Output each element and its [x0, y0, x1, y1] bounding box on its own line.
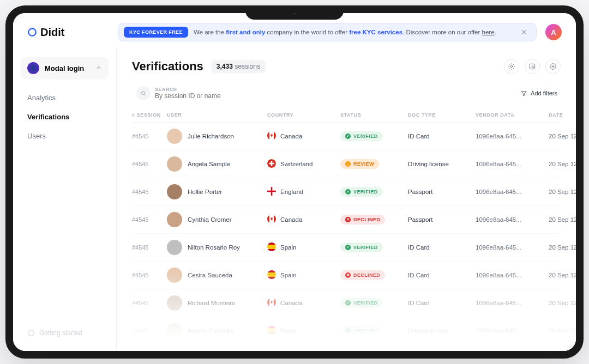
table-row[interactable]: #4545 Richard Monteiro Canada ✓VERIFIED …: [132, 289, 561, 317]
user-name: Cesira Sauceda: [188, 272, 232, 278]
table-row[interactable]: #4545 Cynthia Cromer Canada ✕DECLINED Pa…: [132, 206, 561, 234]
table-row[interactable]: #4545 Nilton Rosario Roy Spain ✓VERIFIED…: [132, 234, 561, 262]
cell-country: Spain: [267, 242, 338, 252]
nav-analytics[interactable]: Analytics: [21, 89, 109, 106]
col-doctype: DOC TYPE: [408, 112, 473, 118]
status-dot-icon: ✓: [345, 300, 351, 306]
cell-session: #4545: [132, 161, 165, 167]
svg-point-1: [28, 330, 34, 336]
cell-doctype: Driving license: [408, 161, 473, 167]
cell-status: ✕DECLINED: [340, 215, 406, 225]
search-label: SEARCH: [155, 87, 237, 92]
cell-user: Nilton Rosario Roy: [167, 240, 265, 255]
cell-user: Angela Colombo: [167, 323, 265, 338]
user-name: Angela Sample: [188, 161, 230, 167]
profile-avatar[interactable]: A: [545, 24, 562, 40]
table-body: #4545 Julie Richardson Canada ✓VERIFIED …: [132, 123, 561, 345]
svg-rect-28: [267, 326, 276, 328]
user-avatar: [167, 156, 182, 172]
cell-date: 20 Sep 12:54: [549, 272, 576, 278]
status-badge: ✕DECLINED: [340, 215, 385, 225]
country-name: Canada: [280, 133, 302, 139]
table-row[interactable]: #4545 Hollie Porter England ✓VERIFIED Pa…: [132, 178, 561, 206]
cell-session: #4545: [132, 300, 165, 306]
cell-date: 20 Sep 12:54: [549, 133, 576, 139]
info-icon: [27, 329, 35, 337]
chart-icon[interactable]: [525, 59, 540, 74]
col-vendor: VENDOR DATA: [476, 112, 546, 118]
status-dot-icon: ✕: [345, 217, 351, 222]
cell-country: Canada: [267, 215, 338, 225]
cell-country: Canada: [267, 298, 338, 308]
cell-doctype: ID Card: [408, 272, 473, 278]
brand-logo[interactable]: Didit: [27, 26, 109, 39]
user-avatar: [167, 323, 182, 338]
cell-status: ✓VERIFIED: [340, 131, 406, 141]
cell-vendor: 1096e8aa-645...: [476, 216, 546, 223]
svg-rect-23: [267, 277, 276, 279]
flag-icon: [267, 326, 276, 336]
add-icon[interactable]: [545, 59, 561, 74]
cell-doctype: ID Card: [408, 133, 473, 139]
country-name: England: [280, 189, 303, 195]
cell-doctype: Passport: [408, 216, 473, 223]
cell-date: 20 Sep 12:54: [549, 300, 576, 306]
svg-point-0: [28, 28, 36, 36]
search-input[interactable]: [155, 92, 237, 100]
banner-link[interactable]: here: [482, 29, 495, 35]
table-row[interactable]: #4545 Cesira Sauceda Spain ✕DECLINED ID …: [132, 262, 561, 289]
table-row[interactable]: #4545 Julie Richardson Canada ✓VERIFIED …: [132, 123, 561, 150]
cell-date: 20 Sep 12:54: [549, 189, 576, 195]
filter-icon: [520, 90, 527, 97]
svg-rect-8: [274, 131, 276, 140]
search-box[interactable]: SEARCH: [132, 84, 512, 102]
project-selector[interactable]: Modal login: [21, 57, 109, 80]
cell-status: ✓VERIFIED: [340, 242, 406, 252]
table-row[interactable]: #4545 Angela Sample Switzerland !REVIEW …: [132, 150, 561, 178]
svg-rect-19: [267, 242, 276, 245]
cell-status: !REVIEW: [340, 159, 406, 169]
svg-rect-11: [269, 163, 274, 165]
nav-users[interactable]: Users: [21, 128, 109, 144]
table-row[interactable]: #4545 Angela Colombo Spain ✓VERIFIED Dri…: [132, 317, 561, 345]
sidebar-footer[interactable]: Getting started: [21, 325, 109, 341]
cell-user: Hollie Porter: [167, 184, 265, 199]
col-status: STATUS: [340, 112, 406, 118]
cell-vendor: 1096e8aa-645...: [476, 161, 546, 167]
cell-country: Switzerland: [267, 159, 338, 169]
svg-rect-29: [267, 332, 276, 335]
close-icon[interactable]: ✕: [518, 28, 531, 37]
svg-rect-25: [267, 298, 269, 307]
svg-rect-26: [274, 298, 276, 307]
flag-icon: [267, 298, 276, 308]
status-badge: ✓VERIFIED: [340, 326, 383, 336]
settings-icon[interactable]: [504, 59, 519, 74]
cell-session: #4545: [132, 189, 165, 195]
user-avatar: [167, 212, 182, 227]
status-dot-icon: ✕: [345, 272, 351, 278]
status-dot-icon: ✓: [345, 245, 351, 250]
main-content: Verifications 3,433 sessions: [117, 47, 576, 351]
user-name: Hollie Porter: [188, 189, 222, 195]
sidebar: Modal login Analytics Verifications User…: [13, 47, 117, 351]
cell-status: ✕DECLINED: [340, 270, 406, 280]
search-icon: [136, 86, 151, 100]
cell-session: #4545: [132, 133, 165, 139]
chevron-up-icon: [95, 64, 102, 72]
country-name: Spain: [280, 272, 296, 278]
project-icon: [27, 62, 39, 74]
svg-point-5: [142, 92, 145, 95]
country-name: Switzerland: [280, 161, 312, 167]
svg-rect-7: [267, 131, 269, 140]
nav-verifications[interactable]: Verifications: [21, 108, 109, 125]
cell-date: 20 Sep 12:54: [549, 216, 576, 223]
add-filters-button[interactable]: Add filters: [517, 88, 561, 99]
cell-user: Angela Sample: [167, 156, 265, 172]
user-avatar: [167, 129, 182, 144]
user-avatar: [167, 268, 182, 283]
status-dot-icon: ✓: [345, 134, 351, 139]
svg-rect-14: [267, 191, 276, 192]
cell-vendor: 1096e8aa-645...: [476, 244, 546, 251]
col-date: DATE: [549, 112, 576, 118]
banner-text: We are the first and only company in the…: [194, 29, 496, 35]
